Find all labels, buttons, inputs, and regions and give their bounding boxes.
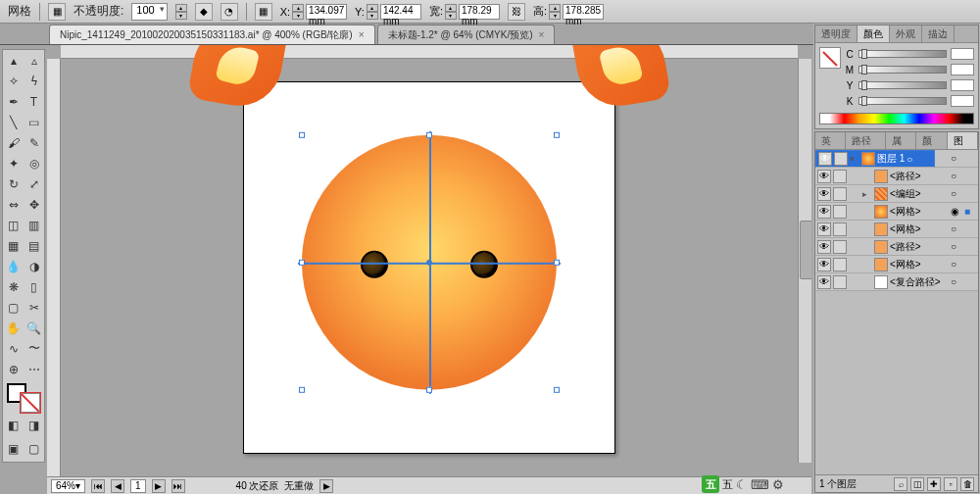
- layer-row[interactable]: 👁<路径>○: [815, 168, 978, 185]
- w-stepper[interactable]: ▴▾: [445, 4, 457, 20]
- tab-pathfinder[interactable]: 路径组: [846, 132, 886, 149]
- magic-wand-tool[interactable]: ✧: [3, 71, 24, 91]
- target-icon[interactable]: ◉: [951, 206, 962, 217]
- target-icon[interactable]: ○: [951, 171, 962, 181]
- h-stepper[interactable]: ▴▾: [549, 4, 561, 20]
- h-field[interactable]: 178.285 mm: [563, 4, 604, 20]
- symbol-sprayer-tool[interactable]: ❋: [3, 276, 24, 297]
- visibility-toggle[interactable]: 👁: [817, 187, 831, 201]
- width-tool[interactable]: ⇔: [3, 194, 24, 215]
- target-icon[interactable]: ○: [951, 241, 962, 252]
- first-artboard-button[interactable]: ⏮: [91, 479, 105, 493]
- graph-tool[interactable]: ▯: [24, 276, 44, 297]
- style-icon[interactable]: ◆: [195, 3, 213, 21]
- direct-selection-tool[interactable]: ▵: [24, 50, 44, 71]
- free-transform-tool[interactable]: ✥: [24, 194, 44, 215]
- recolor-icon[interactable]: ◔: [220, 3, 238, 21]
- perspective-tool[interactable]: ▥: [24, 215, 44, 235]
- visibility-toggle[interactable]: 👁: [817, 170, 831, 183]
- layer-name[interactable]: <路径>: [890, 170, 949, 183]
- y-slider[interactable]: [858, 81, 947, 89]
- target-icon[interactable]: ○: [951, 188, 962, 199]
- screen-mode[interactable]: ▣: [3, 438, 24, 459]
- target-icon[interactable]: ○: [951, 276, 962, 287]
- layer-name[interactable]: <复合路径>: [890, 275, 949, 289]
- tab-transparency[interactable]: 透明度: [815, 25, 858, 42]
- selection-tool[interactable]: ▴: [3, 50, 24, 71]
- status-play[interactable]: ▶: [319, 479, 333, 493]
- ruler-horizontal[interactable]: [61, 45, 798, 59]
- spectrum-bar[interactable]: [819, 113, 974, 124]
- lock-toggle[interactable]: [833, 258, 847, 272]
- close-icon[interactable]: ×: [539, 29, 545, 40]
- visibility-toggle[interactable]: 👁: [817, 205, 831, 219]
- visibility-toggle[interactable]: 👁: [817, 240, 831, 254]
- visibility-toggle[interactable]: 👁: [817, 258, 831, 272]
- pencil-tool[interactable]: ✎: [24, 132, 44, 153]
- eyedropper-tool[interactable]: 💧: [3, 256, 24, 276]
- k-value[interactable]: [951, 95, 974, 107]
- artwork-fox[interactable]: [302, 135, 557, 390]
- c-value[interactable]: [951, 48, 974, 60]
- type-tool[interactable]: T: [24, 91, 44, 112]
- expand-toggle[interactable]: ▸: [862, 189, 872, 199]
- new-layer-icon[interactable]: ▫: [944, 477, 957, 491]
- lock-toggle[interactable]: [833, 222, 847, 236]
- close-icon[interactable]: ×: [359, 29, 365, 40]
- scale-tool[interactable]: ⤢: [24, 173, 44, 194]
- new-sublayer-icon[interactable]: ✚: [927, 477, 941, 491]
- layer-name[interactable]: <编组>: [890, 187, 949, 201]
- link-wh-icon[interactable]: ⛓: [508, 3, 525, 21]
- fill-stroke-swatch[interactable]: [3, 381, 44, 415]
- tab-layers[interactable]: 图层: [948, 132, 978, 149]
- tab-color2[interactable]: 颜色: [916, 132, 947, 149]
- layer-name[interactable]: <网格>: [890, 222, 949, 236]
- target-icon[interactable]: ○: [906, 154, 918, 165]
- mesh-tool[interactable]: ▦: [3, 235, 24, 256]
- layer-name[interactable]: 图层 1: [877, 152, 905, 166]
- lasso-tool[interactable]: ϟ: [24, 71, 44, 91]
- lock-toggle[interactable]: [833, 275, 847, 289]
- misc-tool[interactable]: ⋯: [24, 359, 44, 379]
- tab-appearance[interactable]: 外观: [890, 25, 922, 42]
- w-field[interactable]: 178.29 mm: [459, 4, 500, 20]
- artboard-number[interactable]: 1: [130, 479, 146, 493]
- target-tool[interactable]: ⊕: [3, 359, 24, 379]
- shape-builder-tool[interactable]: ◫: [3, 215, 24, 235]
- pen-tool[interactable]: ✒: [3, 91, 24, 112]
- canvas[interactable]: [61, 59, 798, 476]
- rotate-tool[interactable]: ↻: [3, 173, 24, 194]
- rectangle-tool[interactable]: ▭: [24, 112, 44, 132]
- blend-tool[interactable]: ◑: [24, 256, 44, 276]
- visibility-toggle[interactable]: 👁: [818, 152, 832, 166]
- layer-row[interactable]: 👁▾图层 1○: [815, 150, 935, 168]
- layer-row[interactable]: 👁<复合路径>○: [815, 273, 978, 291]
- prev-artboard-button[interactable]: ◀: [111, 479, 124, 493]
- target-icon[interactable]: ○: [951, 153, 962, 164]
- target-icon[interactable]: ○: [951, 223, 962, 234]
- opacity-dropdown[interactable]: 100: [131, 3, 167, 21]
- m-value[interactable]: [951, 64, 974, 75]
- layer-row[interactable]: 👁<网格>○: [815, 256, 978, 273]
- layer-row[interactable]: 👁<路径>○: [815, 238, 978, 256]
- layer-name[interactable]: <网格>: [890, 258, 949, 272]
- layer-name[interactable]: <路径>: [890, 240, 949, 254]
- y-field[interactable]: 142.44 mm: [380, 4, 421, 20]
- slice-tool[interactable]: ✂: [24, 297, 44, 318]
- screen-mode-2[interactable]: ▢: [24, 438, 44, 459]
- fill-none-swatch[interactable]: [819, 47, 841, 69]
- layer-row[interactable]: 👁<网格>○: [815, 221, 978, 238]
- next-artboard-button[interactable]: ▶: [152, 479, 166, 493]
- tab-stroke[interactable]: 描边: [922, 25, 955, 42]
- document-tab-2[interactable]: 未标题-1.2* @ 64% (CMYK/预览)×: [377, 25, 556, 44]
- document-tab-1[interactable]: Nipic_1411249_201002020035150331183.ai* …: [49, 25, 375, 44]
- last-artboard-button[interactable]: ⏭: [172, 479, 185, 493]
- ruler-vertical[interactable]: [47, 59, 61, 476]
- visibility-toggle[interactable]: 👁: [817, 222, 831, 236]
- zoom-field[interactable]: 64% ▾: [51, 479, 85, 493]
- m-slider[interactable]: [858, 66, 947, 74]
- artboard-tool[interactable]: ▢: [3, 297, 24, 318]
- y-stepper[interactable]: ▴▾: [367, 4, 378, 20]
- scrollbar-vertical[interactable]: [798, 59, 811, 463]
- hand-tool[interactable]: ✋: [3, 318, 24, 338]
